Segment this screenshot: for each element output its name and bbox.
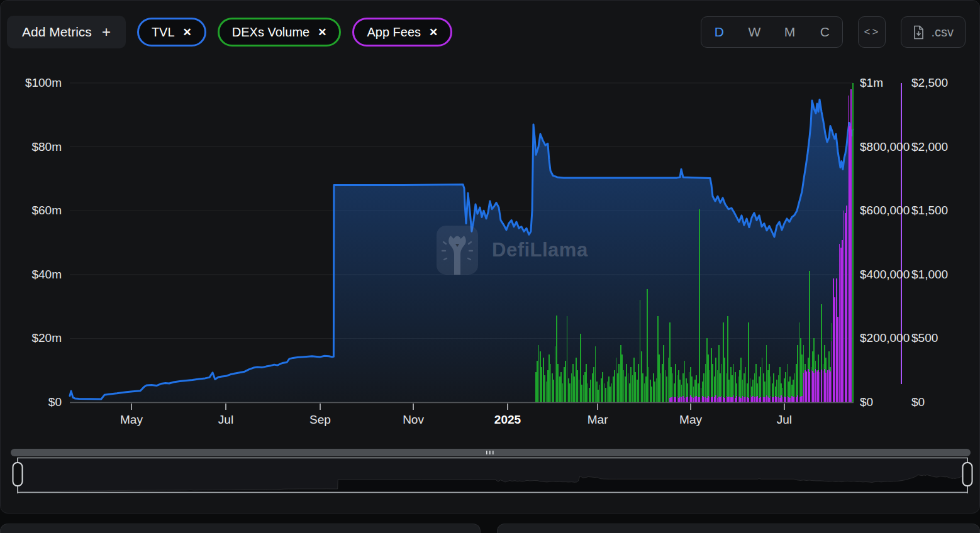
y-axis-left-label: $0 <box>4 395 62 409</box>
y-axis-volume-label: $1m <box>860 76 883 90</box>
y-axis-volume-label: $200,000 <box>860 331 910 345</box>
x-axis-label-jul: Jul <box>756 413 813 427</box>
x-axis-label-sep: Sep <box>292 413 348 427</box>
y-axis-left-label: $60m <box>4 204 62 217</box>
y-axis-volume-label: $600,000 <box>860 204 910 217</box>
y-axis-left-label: $20m <box>4 331 62 345</box>
y-axis-fees-label: $500 <box>911 331 938 345</box>
y-axis-volume-label: $400,000 <box>860 268 910 282</box>
brush-grip-icon <box>493 451 494 454</box>
y-axis-left-label: $100m <box>4 76 62 90</box>
bottom-card-left <box>0 524 481 533</box>
bottom-card-right <box>497 524 980 533</box>
x-axis-label-jul: Jul <box>198 413 254 427</box>
y-axis-fees-label: $2,500 <box>911 76 948 90</box>
x-axis-label-mar: Mar <box>569 413 626 427</box>
y-axis-volume-label: $800,000 <box>860 140 910 154</box>
chart-card: Add Metrics + TVL ✕ DEXs Volume ✕ App Fe… <box>0 0 980 514</box>
brush-track[interactable] <box>11 449 971 456</box>
brush-handle-left[interactable] <box>13 463 23 486</box>
x-axis-label-may: May <box>103 413 160 427</box>
y-axis-fees-label: $1,500 <box>911 204 948 217</box>
y-axis-fees-label: $0 <box>911 395 925 409</box>
chart-plot-area[interactable] <box>1 1 980 533</box>
x-axis-label-may: May <box>662 413 719 427</box>
x-axis-label-2025: 2025 <box>479 413 536 427</box>
brush-handle-right[interactable] <box>963 463 972 486</box>
x-axis-label-nov: Nov <box>385 413 442 427</box>
y-axis-left-label: $40m <box>4 268 62 282</box>
y-axis-fees-label: $2,000 <box>911 140 948 154</box>
y-axis-left-label: $80m <box>4 140 62 154</box>
y-axis-volume-label: $0 <box>860 395 873 409</box>
y-axis-fees-label: $1,000 <box>911 268 948 282</box>
